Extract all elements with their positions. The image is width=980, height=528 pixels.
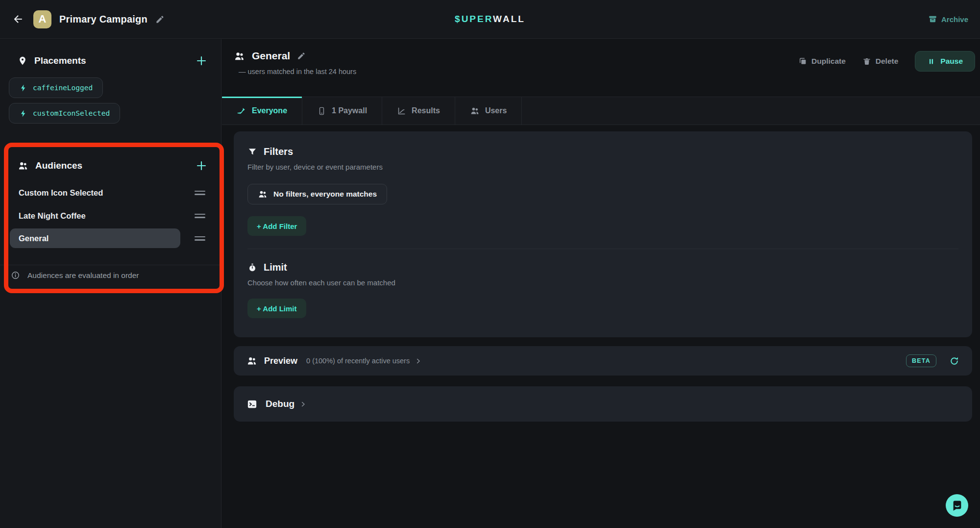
add-placement-button[interactable] — [196, 55, 207, 67]
stopwatch-icon — [247, 263, 257, 273]
logo-suffix: WALL — [493, 14, 525, 24]
filters-subtitle: Filter by user, device or event paramete… — [247, 163, 958, 171]
preview-subtitle: 0 (100%) of recently active users — [306, 357, 410, 365]
tab-everyone[interactable]: Everyone — [222, 97, 302, 125]
map-pin-icon — [18, 56, 27, 66]
audience-detail-title: General — [252, 50, 290, 62]
audiences-note: Audiences are evaluated in order — [11, 271, 213, 280]
sidebar: Placements caffeineLogged customIconSele… — [0, 39, 221, 528]
duplicate-button[interactable]: Duplicate — [798, 57, 846, 66]
add-filter-button[interactable]: + Add Filter — [247, 216, 306, 236]
debug-card[interactable]: Debug — [234, 386, 972, 422]
debug-title: Debug — [266, 399, 294, 409]
drag-handle-icon[interactable] — [195, 229, 205, 248]
audience-actions: Duplicate Delete Pause — [798, 51, 975, 72]
beta-badge: BETA — [906, 354, 936, 367]
people-icon — [258, 189, 268, 199]
audiences-title: Audiences — [35, 160, 82, 171]
placement-label: customIconSelected — [33, 109, 110, 117]
placements-title: Placements — [34, 55, 86, 66]
tab-paywall[interactable]: 1 Paywall — [302, 97, 382, 125]
bolt-icon — [19, 84, 27, 92]
audience-item-custom-icon-selected[interactable]: Custom Icon Selected — [19, 183, 180, 202]
add-limit-label: + Add Limit — [257, 304, 297, 313]
chat-bubble-icon — [951, 499, 964, 512]
add-filter-label: + Add Filter — [257, 222, 297, 230]
pause-icon — [927, 57, 935, 66]
audience-item-late-night-coffee[interactable]: Late Night Coffee — [19, 206, 180, 225]
tab-label: Users — [485, 106, 507, 115]
preview-card[interactable]: Preview 0 (100%) of recently active user… — [234, 346, 972, 376]
preview-title: Preview — [264, 356, 297, 366]
audience-item-general-selected[interactable]: General — [10, 228, 180, 248]
terminal-icon — [246, 399, 258, 410]
chevron-right-icon[interactable] — [299, 401, 307, 408]
pause-button[interactable]: Pause — [915, 51, 975, 72]
edit-campaign-icon[interactable] — [155, 15, 165, 24]
archive-button[interactable]: Archive — [928, 15, 968, 24]
no-filters-label: No filters, everyone matches — [273, 190, 377, 199]
archive-icon — [928, 15, 937, 24]
filters-section: Filters Filter by user, device or event … — [234, 131, 972, 249]
no-filters-chip: No filters, everyone matches — [247, 184, 387, 204]
audience-label: Custom Icon Selected — [19, 188, 103, 198]
drag-handle-icon[interactable] — [195, 206, 205, 225]
trash-icon — [862, 57, 871, 66]
people-icon — [234, 50, 245, 62]
limit-section: Limit Choose how often each user can be … — [234, 249, 972, 318]
back-button[interactable] — [11, 12, 25, 26]
placement-chip-customiconselected[interactable]: customIconSelected — [9, 103, 120, 124]
main-panel: General — users matched in the last 24 h… — [222, 39, 980, 528]
superwall-logo: $UPERWALL — [455, 14, 525, 25]
chart-icon — [397, 106, 406, 116]
filters-title: Filters — [264, 146, 293, 157]
split-arrow-icon — [237, 106, 246, 116]
duplicate-label: Duplicate — [811, 57, 846, 66]
rules-card: Filters Filter by user, device or event … — [234, 131, 972, 337]
tab-users[interactable]: Users — [455, 97, 522, 125]
people-icon — [246, 355, 257, 366]
add-limit-button[interactable]: + Add Limit — [247, 299, 306, 318]
funnel-icon — [247, 147, 257, 157]
chat-launcher-button[interactable] — [946, 494, 968, 517]
placement-chip-caffeinelogged[interactable]: caffeineLogged — [9, 77, 103, 98]
people-icon — [470, 106, 480, 116]
copy-icon — [798, 57, 807, 66]
placements-header: Placements — [0, 52, 221, 70]
tab-label: 1 Paywall — [332, 106, 367, 115]
limit-title: Limit — [264, 262, 287, 273]
limit-subtitle: Choose how often each user can be matche… — [247, 278, 958, 287]
avatar-letter: A — [39, 13, 47, 25]
delete-button[interactable]: Delete — [862, 57, 899, 66]
info-icon — [11, 271, 20, 280]
tab-label: Results — [412, 106, 440, 115]
app-avatar[interactable]: A — [33, 10, 51, 28]
edit-audience-icon[interactable] — [297, 51, 306, 60]
campaign-page: A Primary Campaign $UPERWALL Archive Pla… — [0, 0, 980, 528]
bolt-icon — [19, 109, 27, 118]
tab-label: Everyone — [252, 106, 287, 115]
audience-label: General — [19, 234, 49, 243]
tab-results[interactable]: Results — [382, 97, 455, 125]
phone-icon — [317, 106, 326, 116]
chevron-right-icon[interactable] — [415, 357, 422, 365]
add-audience-button[interactable] — [196, 160, 207, 172]
campaign-title: Primary Campaign — [59, 14, 147, 25]
audience-label: Late Night Coffee — [19, 211, 86, 221]
placement-label: caffeineLogged — [33, 84, 93, 92]
top-bar: A Primary Campaign $UPERWALL Archive — [0, 0, 980, 39]
refresh-icon[interactable] — [949, 356, 959, 366]
archive-label: Archive — [941, 15, 968, 24]
sidebar-divider — [0, 265, 221, 265]
audiences-note-text: Audiences are evaluated in order — [27, 271, 139, 280]
people-icon — [18, 160, 28, 171]
delete-label: Delete — [876, 57, 899, 66]
audiences-header: Audiences — [0, 157, 221, 175]
drag-handle-icon[interactable] — [195, 183, 205, 202]
pause-label: Pause — [940, 57, 963, 66]
tab-bar: Everyone 1 Paywall Results Users — [222, 97, 980, 125]
logo-prefix: $UPER — [455, 14, 493, 24]
